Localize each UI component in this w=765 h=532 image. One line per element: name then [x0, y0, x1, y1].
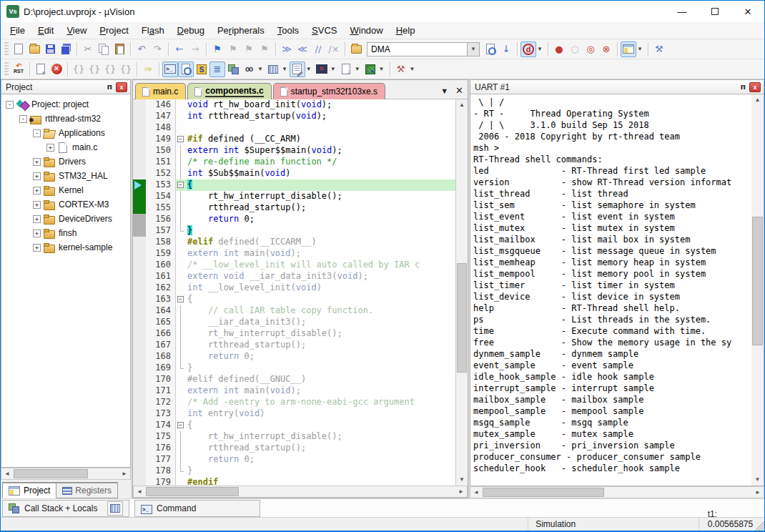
dropdown-arrow-icon[interactable]: ▼: [378, 66, 387, 72]
tree-item-cortex-m3[interactable]: +CORTEX-M3: [1, 197, 130, 212]
tree-item-kernel[interactable]: +Kernel: [1, 183, 130, 197]
code-line-169[interactable]: 169}: [133, 363, 455, 374]
tree-item-kernel-sample[interactable]: +kernel-sample: [1, 240, 130, 255]
scroll-left-icon[interactable]: ◄: [1, 471, 13, 477]
uart-horizontal-scrollbar[interactable]: ◄ ►: [470, 486, 764, 498]
expand-icon[interactable]: +: [33, 244, 41, 252]
previous-bookmark-button[interactable]: ⚑: [225, 41, 241, 57]
menu-item-debug[interactable]: Debug: [171, 23, 211, 38]
collapse-icon[interactable]: -: [6, 101, 14, 109]
code-line-147[interactable]: 147int rtthread_startup(void);: [133, 111, 455, 122]
trace-window-button[interactable]: [338, 61, 354, 77]
scroll-left-icon[interactable]: ◄: [134, 488, 145, 495]
incremental-find-button[interactable]: d: [520, 41, 536, 57]
code-line-156[interactable]: 156 return 0;: [133, 214, 455, 225]
maximize-button[interactable]: [699, 1, 731, 22]
menu-item-flash[interactable]: Flash: [135, 23, 171, 38]
expand-icon[interactable]: +: [33, 187, 41, 194]
fold-collapse-icon[interactable]: −: [176, 179, 185, 191]
paste-button[interactable]: [112, 41, 127, 57]
tree-item-stm32-hal[interactable]: +STM32_HAL: [1, 169, 130, 183]
stop-button[interactable]: ✕: [49, 61, 64, 77]
comment-button[interactable]: //: [310, 41, 326, 57]
code-line-159[interactable]: 159extern int main(void);: [133, 248, 455, 260]
toolbar-grip[interactable]: [4, 42, 9, 56]
code-line-153[interactable]: 153−{: [133, 179, 455, 191]
clear-bookmarks-button[interactable]: ⚑: [257, 41, 272, 57]
menu-item-window[interactable]: Window: [343, 23, 389, 38]
show-next-statement-button[interactable]: ⇒: [140, 61, 156, 77]
code-line-173[interactable]: 173int entry(void): [133, 408, 455, 420]
code-line-157[interactable]: 157}: [133, 225, 455, 237]
step-into-button[interactable]: {}: [71, 61, 87, 77]
tree-item-drivers[interactable]: +Drivers: [1, 154, 130, 169]
navigate-back-button[interactable]: ←: [172, 41, 187, 57]
disassembly-window-button[interactable]: [178, 61, 194, 77]
scroll-down-icon[interactable]: ▼: [751, 474, 764, 486]
code-line-163[interactable]: 163−{: [133, 294, 455, 305]
pin-icon[interactable]: п: [103, 82, 116, 92]
code-line-148[interactable]: 148: [133, 122, 455, 134]
code-line-174[interactable]: 174−{: [133, 420, 455, 431]
uncomment-button[interactable]: /×: [326, 41, 342, 57]
next-bookmark-button[interactable]: ⚑: [241, 41, 257, 57]
panel-tab-registers[interactable]: Registers: [56, 482, 118, 498]
tree-item-finsh[interactable]: +finsh: [1, 226, 130, 240]
code-line-146[interactable]: 146void rt_hw_board_init(void);: [133, 99, 455, 111]
step-out-button[interactable]: {}: [102, 61, 118, 77]
editor-tab-components-c[interactable]: components.c: [187, 83, 271, 99]
disable-all-breakpoints-button[interactable]: ◎: [583, 41, 598, 57]
dropdown-arrow-icon[interactable]: ▼: [409, 66, 418, 72]
kill-all-breakpoints-button[interactable]: ⊗: [598, 41, 614, 57]
code-line-155[interactable]: 155 rtthread_startup();: [133, 202, 455, 214]
uart-output[interactable]: \ | /- RT - Thread Operating System / | …: [470, 94, 751, 486]
debug-toolbox-button[interactable]: ⚒: [393, 61, 409, 77]
find-in-files-button[interactable]: [348, 41, 364, 57]
insert-bookmark-button[interactable]: ⚑: [209, 41, 225, 57]
navigate-forward-button[interactable]: →: [187, 41, 203, 57]
scroll-right-icon[interactable]: ►: [119, 471, 130, 477]
indent-button[interactable]: ≫: [279, 41, 295, 57]
scroll-down-icon[interactable]: ▼: [456, 474, 468, 486]
symbol-window-button[interactable]: S: [194, 61, 209, 77]
save-button[interactable]: [42, 41, 58, 57]
code-line-161[interactable]: 161extern void __iar_data_init3(void);: [133, 271, 455, 282]
expand-icon[interactable]: +: [46, 144, 54, 152]
code-line-154[interactable]: 154 rt_hw_interrupt_disable();: [133, 191, 455, 202]
configuration-button[interactable]: ⚒: [651, 41, 667, 57]
call-stack-window-button[interactable]: [225, 61, 241, 77]
command-tab[interactable]: >_ Command: [134, 500, 260, 517]
code-line-177[interactable]: 177 return 0;: [133, 454, 455, 466]
code-line-152[interactable]: 152int $Sub$$main(void): [133, 168, 455, 179]
code-line-179[interactable]: 179#endif: [133, 477, 455, 486]
find-text-combo[interactable]: DMA▼: [367, 42, 480, 56]
dropdown-arrow-icon[interactable]: ▼: [281, 66, 290, 72]
editor-vertical-scrollbar[interactable]: ▲ ▼: [455, 99, 468, 486]
project-panel-close-button[interactable]: x: [116, 82, 127, 92]
dropdown-arrow-icon[interactable]: ▼: [330, 66, 338, 72]
code-line-167[interactable]: 167 rtthread_startup();: [133, 340, 455, 351]
registers-window-button[interactable]: ≣: [209, 61, 225, 77]
tree-item-applications[interactable]: -Applications: [1, 126, 130, 140]
memory-window-button[interactable]: [265, 61, 281, 77]
combo-dropdown-icon[interactable]: ▼: [467, 43, 479, 56]
menu-item-tools[interactable]: Tools: [271, 23, 305, 38]
watch-window-button[interactable]: oo: [241, 61, 257, 77]
lookup-word-button[interactable]: [483, 41, 498, 57]
close-file-icon[interactable]: ✕: [455, 85, 463, 96]
project-horizontal-scrollbar[interactable]: ◄ ►: [1, 468, 131, 480]
collapse-icon[interactable]: -: [33, 129, 41, 137]
scroll-right-icon[interactable]: ►: [455, 488, 467, 495]
copy-button[interactable]: [96, 41, 112, 57]
close-button[interactable]: ✕: [731, 1, 764, 22]
redo-button[interactable]: ↷: [149, 41, 165, 57]
call-stack-locals-tab[interactable]: Call Stack + Locals: [2, 500, 129, 517]
expand-icon[interactable]: +: [33, 230, 41, 237]
menu-item-view[interactable]: View: [60, 23, 93, 38]
editor-tab-startup-stm32f103xe-s[interactable]: startup_stm32f103xe.s: [273, 83, 385, 99]
code-line-165[interactable]: 165 __iar_data_init3();: [133, 317, 455, 328]
fold-collapse-icon[interactable]: −: [176, 420, 185, 431]
resize-grip[interactable]: [753, 518, 764, 531]
expand-icon[interactable]: +: [33, 158, 41, 166]
tab-list-dropdown-icon[interactable]: ▼: [440, 87, 448, 95]
